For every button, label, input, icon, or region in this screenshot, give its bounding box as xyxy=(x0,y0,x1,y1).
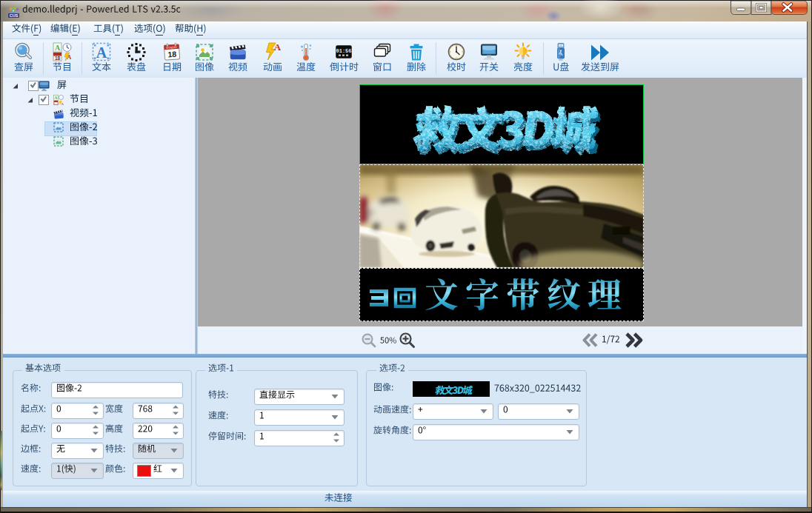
svg-text:A: A xyxy=(67,54,72,61)
svg-text:A: A xyxy=(55,95,58,100)
svg-text:A: A xyxy=(55,44,61,52)
svg-text:A: A xyxy=(96,44,107,61)
svg-text:18: 18 xyxy=(55,56,61,61)
svg-text:A: A xyxy=(61,102,64,106)
svg-text:A: A xyxy=(274,42,282,53)
svg-text:01:56: 01:56 xyxy=(336,48,351,54)
svg-text:18: 18 xyxy=(167,50,177,59)
svg-text:CUS: CUS xyxy=(10,13,19,18)
